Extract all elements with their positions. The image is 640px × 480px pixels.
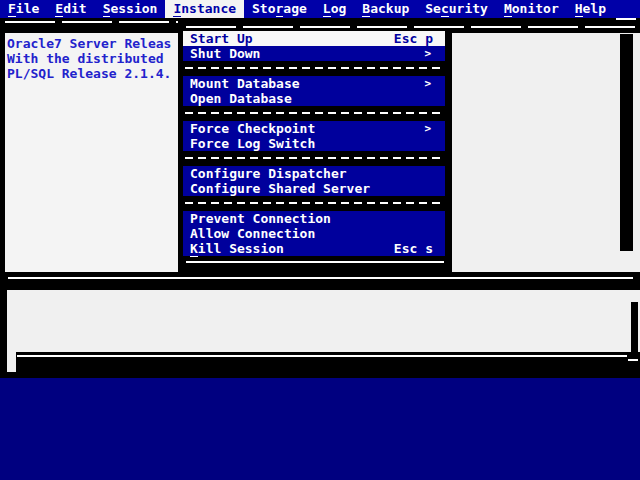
mnemonic-underline: C: [190, 166, 198, 182]
separator-dashes: [185, 67, 443, 69]
console-line: With the distributed: [5, 51, 178, 66]
mnemonic-underline: E: [55, 1, 63, 17]
console-line: Oracle7 Server Releas: [5, 36, 178, 51]
lower-window-bottom-border: [0, 352, 640, 378]
menubar-item-backup[interactable]: Backup: [354, 0, 417, 18]
menubar-item-storage[interactable]: Storage: [244, 0, 315, 18]
mnemonic-underline: M: [504, 1, 512, 17]
separator-dashes: [185, 157, 443, 159]
mnemonic-underline: M: [190, 76, 198, 92]
lower-window-corner-dash: [628, 359, 638, 361]
menubar-item-help[interactable]: Help: [567, 0, 614, 18]
mnemonic-underline: B: [362, 1, 370, 17]
menu-item-configure-shared-server[interactable]: Configure Shared Server: [183, 181, 445, 196]
mnemonic-underline: O: [190, 91, 198, 107]
lower-window-left-border: [0, 272, 7, 352]
mnemonic-underline: A: [190, 226, 198, 242]
menu-bottom-border-line: [186, 261, 444, 263]
menu-item-shut-down[interactable]: Shut Down>: [183, 46, 445, 61]
main-window-bottom-border: [0, 272, 640, 290]
lower-window-pane: [0, 290, 640, 352]
menu-shortcut: Esc s: [394, 241, 433, 256]
lower-window-right-border: [631, 302, 638, 352]
menu-shortcut: Esc p: [394, 31, 433, 46]
menu-item-configure-dispatcher[interactable]: Configure Dispatcher: [183, 166, 445, 181]
right-pane: [452, 33, 640, 272]
lower-window-bottom-border-line: [17, 355, 627, 357]
submenu-arrow-icon: >: [424, 76, 431, 91]
menubar-item-monitor[interactable]: Monitor: [496, 0, 567, 18]
menubar-item-session[interactable]: Session: [95, 0, 166, 18]
mnemonic-underline: S: [268, 181, 276, 197]
mnemonic-underline: K: [190, 241, 198, 257]
mnemonic-underline: r: [276, 1, 284, 17]
menubar-item-log[interactable]: Log: [315, 0, 354, 18]
console-output-pane: Oracle7 Server ReleasWith the distribute…: [5, 33, 178, 275]
mnemonic-underline: S: [103, 1, 111, 17]
mnemonic-underline: L: [323, 1, 331, 17]
menubar: FileEditSessionInstanceStorageLogBackupS…: [0, 0, 640, 18]
main-window-bottom-border-line: [8, 277, 633, 279]
console-line: PL/SQL Release 2.1.4.: [5, 66, 178, 81]
mnemonic-underline: H: [575, 1, 583, 17]
server-manager-screen: FileEditSessionInstanceStorageLogBackupS…: [0, 0, 640, 480]
mnemonic-underline: U: [237, 31, 245, 47]
menu-item-allow-connection[interactable]: Allow Connection: [183, 226, 445, 241]
menu-separator: [183, 196, 445, 211]
menu-separator: [183, 61, 445, 76]
left-window-top-border: [5, 21, 178, 23]
instance-menu: Start UpEsc pShut Down>Mount Database>Op…: [183, 28, 445, 256]
menu-bottom-border: [183, 256, 447, 272]
mnemonic-underline: h: [245, 121, 253, 137]
menu-separator: [183, 151, 445, 166]
menu-item-mount-database[interactable]: Mount Database>: [183, 76, 445, 91]
menu-item-open-database[interactable]: Open Database: [183, 91, 445, 106]
border-corner-notch: [7, 352, 16, 372]
menu-item-prevent-connection[interactable]: Prevent Connection: [183, 211, 445, 226]
menubar-item-security[interactable]: Security: [417, 0, 496, 18]
mnemonic-underline: c: [441, 1, 449, 17]
menubar-item-edit[interactable]: Edit: [47, 0, 94, 18]
menu-item-start-up[interactable]: Start UpEsc p: [183, 31, 445, 46]
mnemonic-underline: I: [173, 1, 181, 17]
menu-item-force-checkpoint[interactable]: Force Checkpoint>: [183, 121, 445, 136]
menubar-item-instance[interactable]: Instance: [165, 0, 244, 18]
mnemonic-underline: L: [237, 136, 245, 152]
submenu-arrow-icon: >: [424, 121, 431, 136]
submenu-arrow-icon: >: [424, 46, 431, 61]
menubar-item-file[interactable]: File: [0, 0, 47, 18]
separator-dashes: [185, 112, 443, 114]
mnemonic-underline: F: [8, 1, 16, 17]
menu-right-shadow: [445, 28, 452, 272]
mnemonic-underline: P: [190, 211, 198, 227]
mnemonic-underline: D: [229, 46, 237, 62]
menu-item-kill-session[interactable]: Kill SessionEsc s: [183, 241, 445, 256]
menu-item-force-log-switch[interactable]: Force Log Switch: [183, 136, 445, 151]
menu-separator: [183, 106, 445, 121]
right-pane-scrollbar[interactable]: [620, 34, 633, 251]
corner-border-dash: [616, 18, 636, 20]
separator-dashes: [185, 202, 443, 204]
